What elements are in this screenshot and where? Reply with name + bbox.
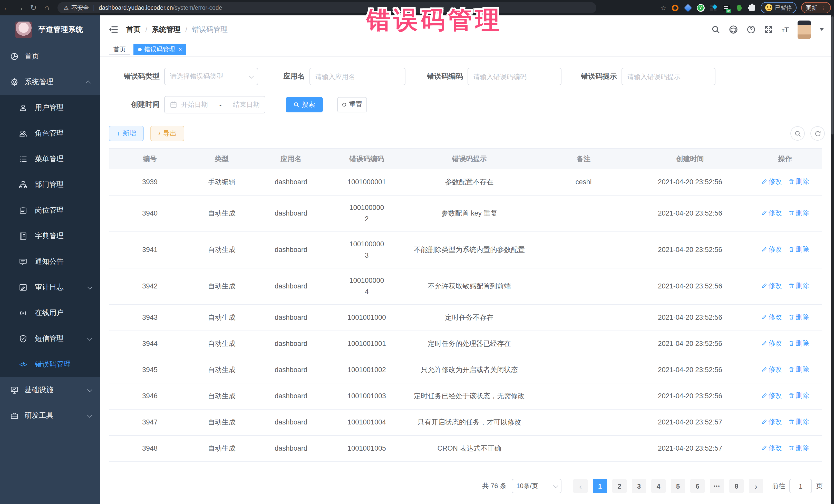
edit-link[interactable]: 修改 — [761, 364, 782, 375]
prev-page-button[interactable]: ‹ — [573, 479, 588, 493]
sidebar-item-announcements[interactable]: 通知公告 — [0, 249, 100, 275]
cell-time: 2021-04-20 23:52:56 — [632, 268, 748, 305]
tab-error-code[interactable]: 错误码管理 × — [133, 44, 186, 55]
refresh-table-button[interactable] — [810, 126, 825, 140]
fullscreen-icon[interactable] — [764, 25, 773, 34]
sidebar-item-audit-log[interactable]: 审计日志 — [0, 275, 100, 300]
sidebar-item-infrastructure[interactable]: 基础设施 — [0, 377, 100, 403]
browser-home-button[interactable]: ⌂ — [40, 0, 53, 15]
delete-link[interactable]: 删除 — [788, 176, 809, 187]
green-v-extension-icon[interactable]: v — [697, 4, 705, 12]
page-button-6[interactable]: 6 — [690, 479, 705, 493]
search-button[interactable]: 搜索 — [286, 97, 323, 112]
sidebar-item-sms[interactable]: 短信管理 — [0, 326, 100, 352]
avatar-caret-icon[interactable] — [820, 28, 824, 33]
reset-button[interactable]: 重置 — [337, 97, 367, 112]
address-bar[interactable]: ⚠ 不安全 | dashboard.yudao.iocoder.cn/syste… — [58, 2, 596, 13]
edit-link[interactable]: 修改 — [761, 442, 782, 454]
font-size-icon[interactable]: TT — [782, 25, 789, 34]
script-manager-extension-icon[interactable]: on — [722, 4, 730, 12]
bookmark-star-icon[interactable]: ☆ — [660, 4, 666, 12]
browser-menu-icon[interactable]: ⋮ — [821, 4, 826, 11]
breadcrumb-home[interactable]: 首页 — [126, 25, 140, 34]
sidebar-item-home[interactable]: 首页 — [0, 44, 100, 69]
delete-link[interactable]: 删除 — [788, 442, 809, 454]
avatar[interactable] — [797, 20, 811, 39]
paused-profile-badge[interactable]: 已暂停 — [761, 2, 796, 13]
goto-page-input[interactable] — [789, 479, 812, 493]
page-button-3[interactable]: 3 — [632, 479, 646, 493]
delete-link[interactable]: 删除 — [788, 311, 809, 323]
date-range-picker[interactable]: 开始日期 - 结束日期 — [164, 96, 265, 113]
update-button[interactable]: 更新 ⋮ — [801, 2, 831, 13]
error-type-select[interactable]: 请选择错误码类型 — [164, 68, 258, 85]
search-icon[interactable] — [711, 25, 720, 34]
page-button-8[interactable]: 8 — [729, 479, 744, 493]
edit-link[interactable]: 修改 — [761, 207, 782, 219]
tab-close-icon[interactable]: × — [179, 46, 182, 52]
next-page-button[interactable]: › — [749, 479, 763, 493]
edit-link[interactable]: 修改 — [761, 338, 782, 349]
more-pages-button[interactable]: ••• — [710, 479, 724, 493]
delete-link[interactable]: 删除 — [788, 338, 809, 349]
error-hint-input[interactable] — [627, 73, 710, 80]
delete-link[interactable]: 删除 — [788, 244, 809, 255]
security-label[interactable]: 不安全 — [71, 4, 89, 12]
edit-pencil-icon — [761, 367, 767, 373]
delete-link[interactable]: 删除 — [788, 390, 809, 401]
sidebar-item-users[interactable]: 用户管理 — [0, 95, 100, 120]
github-icon[interactable] — [729, 25, 738, 34]
browser-reload-button[interactable]: ↻ — [27, 0, 40, 15]
sidebar-toggle-button[interactable] — [109, 26, 118, 34]
sidebar-item-error-code[interactable]: </> 错误码管理 — [0, 352, 100, 377]
export-button[interactable]: 导出 — [150, 126, 184, 141]
help-icon[interactable] — [747, 25, 755, 34]
warning-icon: ⚠ — [64, 4, 69, 11]
breadcrumb: 首页 / 系统管理 / 错误码管理 — [126, 25, 228, 34]
page-size-select[interactable]: 10条/页 — [512, 479, 562, 493]
sidebar-item-system[interactable]: 系统管理 — [0, 69, 100, 95]
tab-home[interactable]: 首页 — [109, 44, 130, 55]
delete-link[interactable]: 删除 — [788, 280, 809, 291]
sidebar-item-dev-tools[interactable]: 研发工具 — [0, 403, 100, 429]
app-name-input[interactable] — [315, 73, 400, 80]
cell-remark — [535, 331, 632, 357]
edit-link[interactable]: 修改 — [761, 176, 782, 187]
page-button-2[interactable]: 2 — [612, 479, 627, 493]
chevron-down-icon — [249, 73, 254, 78]
sidebar-item-roles[interactable]: 角色管理 — [0, 120, 100, 146]
edit-link[interactable]: 修改 — [761, 390, 782, 401]
puzzle-extensions-icon[interactable] — [748, 4, 756, 12]
orange-ring-extension-icon[interactable] — [671, 4, 679, 12]
edit-link[interactable]: 修改 — [761, 280, 782, 291]
delete-link[interactable]: 删除 — [788, 207, 809, 219]
page-button-1[interactable]: 1 — [593, 479, 607, 493]
sidebar-item-dictionary[interactable]: 字典管理 — [0, 223, 100, 249]
app-logo[interactable]: 芋道管理系统 — [0, 15, 100, 44]
green-sprout-extension-icon[interactable] — [735, 4, 743, 12]
toggle-search-button[interactable] — [790, 126, 805, 140]
users-icon — [19, 129, 27, 137]
page-button-4[interactable]: 4 — [651, 479, 666, 493]
browser-forward-button[interactable]: → — [13, 0, 27, 15]
sidebar-item-menus[interactable]: 菜单管理 — [0, 146, 100, 172]
edit-link[interactable]: 修改 — [761, 311, 782, 323]
window-scrollbar[interactable] — [831, 15, 834, 504]
delete-link[interactable]: 删除 — [788, 364, 809, 375]
browser-back-button[interactable]: ← — [0, 0, 13, 15]
delete-link[interactable]: 删除 — [788, 416, 809, 428]
cell-time: 2021-04-20 23:52:56 — [632, 195, 748, 232]
add-button[interactable]: + 新增 — [109, 126, 144, 141]
sidebar-item-departments[interactable]: 部门管理 — [0, 172, 100, 198]
grid-diamond-extension-icon[interactable] — [709, 4, 718, 12]
sidebar-item-online-users[interactable]: 在线用户 — [0, 300, 100, 326]
edit-link[interactable]: 修改 — [761, 244, 782, 255]
breadcrumb-system[interactable]: 系统管理 — [152, 25, 181, 34]
cell-remark — [535, 383, 632, 409]
edit-link[interactable]: 修改 — [761, 416, 782, 428]
sidebar-item-posts[interactable]: 岗位管理 — [0, 198, 100, 223]
blue-gem-extension-icon[interactable] — [684, 4, 692, 12]
error-code-input[interactable] — [473, 73, 556, 80]
scrollbar-thumb[interactable] — [831, 17, 833, 134]
page-button-5[interactable]: 5 — [671, 479, 685, 493]
